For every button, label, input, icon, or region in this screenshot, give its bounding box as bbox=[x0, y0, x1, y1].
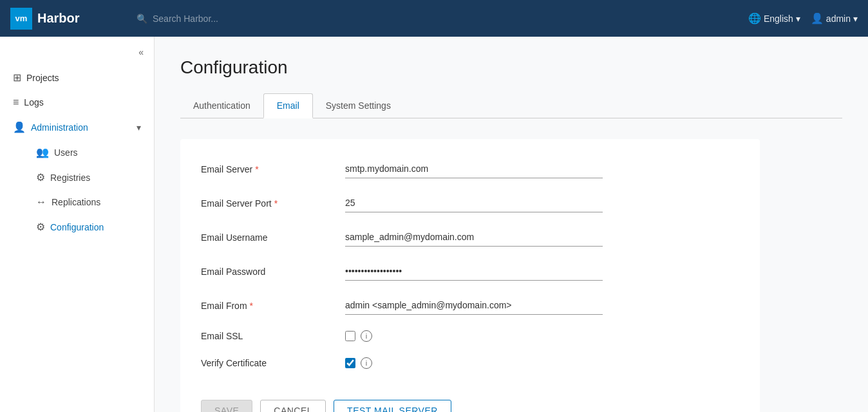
email-server-row: Email Server* bbox=[201, 160, 739, 178]
username-label: admin bbox=[826, 14, 851, 24]
logs-icon: ≡ bbox=[13, 97, 19, 108]
required-indicator: * bbox=[255, 164, 258, 174]
tab-email[interactable]: Email bbox=[263, 93, 313, 118]
language-chevron: ▾ bbox=[796, 14, 800, 24]
email-ssl-checkbox[interactable] bbox=[345, 331, 355, 341]
email-server-port-input[interactable] bbox=[345, 194, 603, 212]
configuration-icon: ⚙ bbox=[36, 221, 45, 233]
cancel-button[interactable]: CANCEL bbox=[260, 400, 326, 412]
email-from-row: Email From* bbox=[201, 296, 739, 315]
registries-icon: ⚙ bbox=[36, 171, 45, 183]
email-server-label: Email Server* bbox=[201, 164, 330, 174]
required-indicator: * bbox=[250, 301, 253, 311]
search-area bbox=[126, 14, 748, 24]
form-button-row: SAVE CANCEL TEST MAIL SERVER bbox=[201, 389, 739, 412]
logo-area: vm Harbor bbox=[10, 8, 126, 30]
email-ssl-row: Email SSL i bbox=[201, 330, 739, 342]
email-username-input[interactable] bbox=[345, 228, 603, 247]
sidebar-item-users[interactable]: 👥 Users bbox=[13, 140, 154, 165]
sidebar: « ⊞ Projects ≡ Logs 👤 Administration ▾ 👥… bbox=[0, 37, 155, 412]
email-server-port-label: Email Server Port* bbox=[201, 198, 330, 209]
configuration-tabs: Authentication Email System Settings bbox=[180, 93, 842, 118]
email-server-input[interactable] bbox=[345, 160, 603, 178]
sidebar-item-label: Registries bbox=[50, 173, 90, 183]
sidebar-collapse-button[interactable]: « bbox=[0, 47, 154, 65]
email-username-label: Email Username bbox=[201, 232, 330, 243]
sidebar-item-configuration[interactable]: ⚙ Configuration bbox=[13, 214, 154, 239]
user-icon bbox=[811, 12, 824, 24]
logo-box: vm bbox=[10, 8, 32, 30]
sidebar-item-projects[interactable]: ⊞ Projects bbox=[0, 65, 154, 90]
administration-chevron: ▾ bbox=[137, 122, 141, 133]
user-chevron: ▾ bbox=[853, 14, 858, 24]
email-username-row: Email Username bbox=[201, 228, 739, 247]
verify-certificate-checkbox[interactable] bbox=[345, 358, 355, 368]
email-ssl-label: Email SSL bbox=[201, 331, 330, 341]
verify-certificate-info-icon[interactable]: i bbox=[361, 357, 372, 369]
search-input[interactable] bbox=[153, 14, 281, 24]
language-label: English bbox=[764, 14, 793, 24]
search-icon bbox=[137, 14, 147, 24]
sidebar-item-label: Users bbox=[54, 147, 78, 158]
verify-certificate-row: Verify Certificate i bbox=[201, 357, 739, 369]
tab-system-settings[interactable]: System Settings bbox=[313, 93, 404, 118]
sidebar-item-replications[interactable]: ↔ Replications bbox=[13, 190, 154, 214]
sidebar-item-label: Logs bbox=[24, 97, 43, 108]
verify-certificate-checkbox-row: i bbox=[345, 357, 372, 369]
language-selector[interactable]: English ▾ bbox=[748, 12, 800, 24]
user-menu[interactable]: admin ▾ bbox=[811, 12, 858, 24]
users-icon: 👥 bbox=[36, 146, 49, 158]
sidebar-item-logs[interactable]: ≡ Logs bbox=[0, 90, 154, 115]
collapse-icon: « bbox=[138, 47, 144, 57]
main-layout: « ⊞ Projects ≡ Logs 👤 Administration ▾ 👥… bbox=[0, 37, 868, 412]
nav-right: English ▾ admin ▾ bbox=[748, 12, 858, 24]
email-from-input[interactable] bbox=[345, 296, 603, 315]
administration-icon: 👤 bbox=[13, 121, 26, 133]
email-configuration-form: Email Server* Email Server Port* Email U… bbox=[180, 139, 760, 412]
required-indicator: * bbox=[274, 198, 278, 209]
tab-authentication[interactable]: Authentication bbox=[180, 93, 263, 118]
email-from-label: Email From* bbox=[201, 301, 330, 311]
email-ssl-info-icon[interactable]: i bbox=[361, 330, 372, 342]
email-server-port-row: Email Server Port* bbox=[201, 194, 739, 212]
logo-vm: vm bbox=[15, 14, 28, 23]
email-password-row: Email Password bbox=[201, 262, 739, 281]
administration-label: Administration bbox=[31, 122, 88, 133]
globe-icon bbox=[748, 12, 761, 24]
test-mail-server-button[interactable]: TEST MAIL SERVER bbox=[334, 400, 451, 412]
page-title: Configuration bbox=[180, 57, 842, 78]
administration-submenu: 👥 Users ⚙ Registries ↔ Replications ⚙ Co… bbox=[0, 140, 154, 239]
sidebar-item-label: Replications bbox=[52, 197, 100, 207]
email-password-input[interactable] bbox=[345, 262, 603, 281]
app-title: Harbor bbox=[37, 11, 80, 26]
sidebar-item-label: Configuration bbox=[50, 222, 104, 232]
email-password-label: Email Password bbox=[201, 267, 330, 277]
main-content: Configuration Authentication Email Syste… bbox=[155, 37, 868, 412]
email-ssl-checkbox-row: i bbox=[345, 330, 372, 342]
sidebar-item-label: Projects bbox=[26, 73, 59, 83]
save-button[interactable]: SAVE bbox=[201, 400, 252, 412]
top-navigation: vm Harbor English ▾ admin ▾ bbox=[0, 0, 868, 37]
verify-certificate-label: Verify Certificate bbox=[201, 358, 330, 368]
sidebar-item-registries[interactable]: ⚙ Registries bbox=[13, 165, 154, 190]
replications-icon: ↔ bbox=[36, 196, 46, 208]
sidebar-group-administration[interactable]: 👤 Administration ▾ bbox=[0, 115, 154, 140]
projects-icon: ⊞ bbox=[13, 71, 21, 84]
